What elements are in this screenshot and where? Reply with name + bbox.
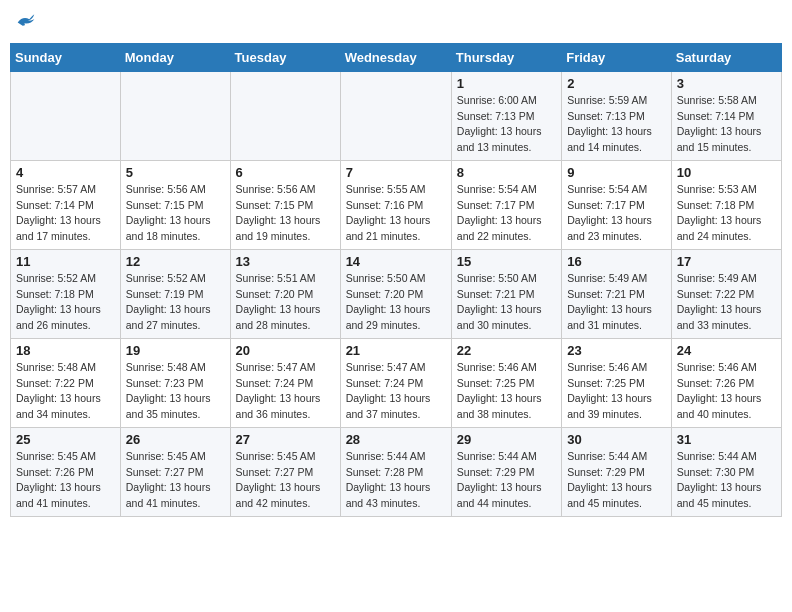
calendar-cell: 1Sunrise: 6:00 AM Sunset: 7:13 PM Daylig…: [451, 71, 561, 160]
calendar-cell: 31Sunrise: 5:44 AM Sunset: 7:30 PM Dayli…: [671, 427, 781, 516]
day-number: 5: [126, 165, 225, 180]
weekday-header-wednesday: Wednesday: [340, 43, 451, 71]
day-number: 10: [677, 165, 776, 180]
calendar-cell: 16Sunrise: 5:49 AM Sunset: 7:21 PM Dayli…: [562, 249, 672, 338]
calendar-cell: 8Sunrise: 5:54 AM Sunset: 7:17 PM Daylig…: [451, 160, 561, 249]
calendar-cell: 13Sunrise: 5:51 AM Sunset: 7:20 PM Dayli…: [230, 249, 340, 338]
day-info: Sunrise: 6:00 AM Sunset: 7:13 PM Dayligh…: [457, 93, 556, 156]
day-info: Sunrise: 5:56 AM Sunset: 7:15 PM Dayligh…: [236, 182, 335, 245]
logo: [14, 10, 36, 35]
day-info: Sunrise: 5:44 AM Sunset: 7:28 PM Dayligh…: [346, 449, 446, 512]
calendar-table: SundayMondayTuesdayWednesdayThursdayFrid…: [10, 43, 782, 517]
calendar-cell: 24Sunrise: 5:46 AM Sunset: 7:26 PM Dayli…: [671, 338, 781, 427]
day-number: 19: [126, 343, 225, 358]
week-row-4: 25Sunrise: 5:45 AM Sunset: 7:26 PM Dayli…: [11, 427, 782, 516]
logo-bird-icon: [16, 10, 36, 30]
week-row-1: 4Sunrise: 5:57 AM Sunset: 7:14 PM Daylig…: [11, 160, 782, 249]
day-number: 4: [16, 165, 115, 180]
day-number: 8: [457, 165, 556, 180]
calendar-cell: 23Sunrise: 5:46 AM Sunset: 7:25 PM Dayli…: [562, 338, 672, 427]
week-row-2: 11Sunrise: 5:52 AM Sunset: 7:18 PM Dayli…: [11, 249, 782, 338]
calendar-cell: 27Sunrise: 5:45 AM Sunset: 7:27 PM Dayli…: [230, 427, 340, 516]
day-info: Sunrise: 5:55 AM Sunset: 7:16 PM Dayligh…: [346, 182, 446, 245]
day-number: 13: [236, 254, 335, 269]
day-info: Sunrise: 5:44 AM Sunset: 7:29 PM Dayligh…: [457, 449, 556, 512]
calendar-cell: [120, 71, 230, 160]
day-info: Sunrise: 5:45 AM Sunset: 7:26 PM Dayligh…: [16, 449, 115, 512]
day-info: Sunrise: 5:44 AM Sunset: 7:30 PM Dayligh…: [677, 449, 776, 512]
weekday-header-row: SundayMondayTuesdayWednesdayThursdayFrid…: [11, 43, 782, 71]
day-info: Sunrise: 5:57 AM Sunset: 7:14 PM Dayligh…: [16, 182, 115, 245]
page-header: [10, 10, 782, 35]
day-info: Sunrise: 5:45 AM Sunset: 7:27 PM Dayligh…: [126, 449, 225, 512]
day-number: 14: [346, 254, 446, 269]
day-number: 26: [126, 432, 225, 447]
day-number: 30: [567, 432, 666, 447]
day-number: 3: [677, 76, 776, 91]
day-info: Sunrise: 5:59 AM Sunset: 7:13 PM Dayligh…: [567, 93, 666, 156]
calendar-cell: 5Sunrise: 5:56 AM Sunset: 7:15 PM Daylig…: [120, 160, 230, 249]
day-info: Sunrise: 5:56 AM Sunset: 7:15 PM Dayligh…: [126, 182, 225, 245]
day-number: 6: [236, 165, 335, 180]
day-info: Sunrise: 5:50 AM Sunset: 7:20 PM Dayligh…: [346, 271, 446, 334]
day-number: 9: [567, 165, 666, 180]
calendar-cell: 4Sunrise: 5:57 AM Sunset: 7:14 PM Daylig…: [11, 160, 121, 249]
day-number: 17: [677, 254, 776, 269]
day-info: Sunrise: 5:51 AM Sunset: 7:20 PM Dayligh…: [236, 271, 335, 334]
day-number: 16: [567, 254, 666, 269]
calendar-cell: 12Sunrise: 5:52 AM Sunset: 7:19 PM Dayli…: [120, 249, 230, 338]
calendar-cell: [340, 71, 451, 160]
day-number: 24: [677, 343, 776, 358]
day-number: 21: [346, 343, 446, 358]
calendar-cell: 17Sunrise: 5:49 AM Sunset: 7:22 PM Dayli…: [671, 249, 781, 338]
calendar-cell: 18Sunrise: 5:48 AM Sunset: 7:22 PM Dayli…: [11, 338, 121, 427]
weekday-header-sunday: Sunday: [11, 43, 121, 71]
day-number: 23: [567, 343, 666, 358]
day-number: 7: [346, 165, 446, 180]
day-info: Sunrise: 5:44 AM Sunset: 7:29 PM Dayligh…: [567, 449, 666, 512]
day-info: Sunrise: 5:52 AM Sunset: 7:18 PM Dayligh…: [16, 271, 115, 334]
calendar-cell: 2Sunrise: 5:59 AM Sunset: 7:13 PM Daylig…: [562, 71, 672, 160]
day-info: Sunrise: 5:54 AM Sunset: 7:17 PM Dayligh…: [567, 182, 666, 245]
day-number: 1: [457, 76, 556, 91]
calendar-cell: 6Sunrise: 5:56 AM Sunset: 7:15 PM Daylig…: [230, 160, 340, 249]
day-info: Sunrise: 5:54 AM Sunset: 7:17 PM Dayligh…: [457, 182, 556, 245]
day-info: Sunrise: 5:50 AM Sunset: 7:21 PM Dayligh…: [457, 271, 556, 334]
day-info: Sunrise: 5:46 AM Sunset: 7:25 PM Dayligh…: [457, 360, 556, 423]
day-number: 2: [567, 76, 666, 91]
day-number: 22: [457, 343, 556, 358]
day-info: Sunrise: 5:45 AM Sunset: 7:27 PM Dayligh…: [236, 449, 335, 512]
calendar-cell: 20Sunrise: 5:47 AM Sunset: 7:24 PM Dayli…: [230, 338, 340, 427]
day-number: 25: [16, 432, 115, 447]
day-number: 28: [346, 432, 446, 447]
day-info: Sunrise: 5:47 AM Sunset: 7:24 PM Dayligh…: [346, 360, 446, 423]
day-number: 20: [236, 343, 335, 358]
calendar-body: 1Sunrise: 6:00 AM Sunset: 7:13 PM Daylig…: [11, 71, 782, 516]
calendar-cell: 30Sunrise: 5:44 AM Sunset: 7:29 PM Dayli…: [562, 427, 672, 516]
calendar-cell: 25Sunrise: 5:45 AM Sunset: 7:26 PM Dayli…: [11, 427, 121, 516]
weekday-header-tuesday: Tuesday: [230, 43, 340, 71]
calendar-cell: 19Sunrise: 5:48 AM Sunset: 7:23 PM Dayli…: [120, 338, 230, 427]
day-info: Sunrise: 5:52 AM Sunset: 7:19 PM Dayligh…: [126, 271, 225, 334]
day-info: Sunrise: 5:53 AM Sunset: 7:18 PM Dayligh…: [677, 182, 776, 245]
calendar-cell: [11, 71, 121, 160]
day-number: 12: [126, 254, 225, 269]
calendar-cell: 11Sunrise: 5:52 AM Sunset: 7:18 PM Dayli…: [11, 249, 121, 338]
calendar-cell: 28Sunrise: 5:44 AM Sunset: 7:28 PM Dayli…: [340, 427, 451, 516]
day-number: 31: [677, 432, 776, 447]
weekday-header-saturday: Saturday: [671, 43, 781, 71]
calendar-cell: 3Sunrise: 5:58 AM Sunset: 7:14 PM Daylig…: [671, 71, 781, 160]
calendar-cell: 29Sunrise: 5:44 AM Sunset: 7:29 PM Dayli…: [451, 427, 561, 516]
day-number: 29: [457, 432, 556, 447]
day-number: 11: [16, 254, 115, 269]
weekday-header-thursday: Thursday: [451, 43, 561, 71]
week-row-0: 1Sunrise: 6:00 AM Sunset: 7:13 PM Daylig…: [11, 71, 782, 160]
logo-text: [14, 10, 36, 35]
day-number: 27: [236, 432, 335, 447]
calendar-cell: 22Sunrise: 5:46 AM Sunset: 7:25 PM Dayli…: [451, 338, 561, 427]
weekday-header-friday: Friday: [562, 43, 672, 71]
day-number: 18: [16, 343, 115, 358]
day-number: 15: [457, 254, 556, 269]
calendar-cell: [230, 71, 340, 160]
calendar-cell: 26Sunrise: 5:45 AM Sunset: 7:27 PM Dayli…: [120, 427, 230, 516]
